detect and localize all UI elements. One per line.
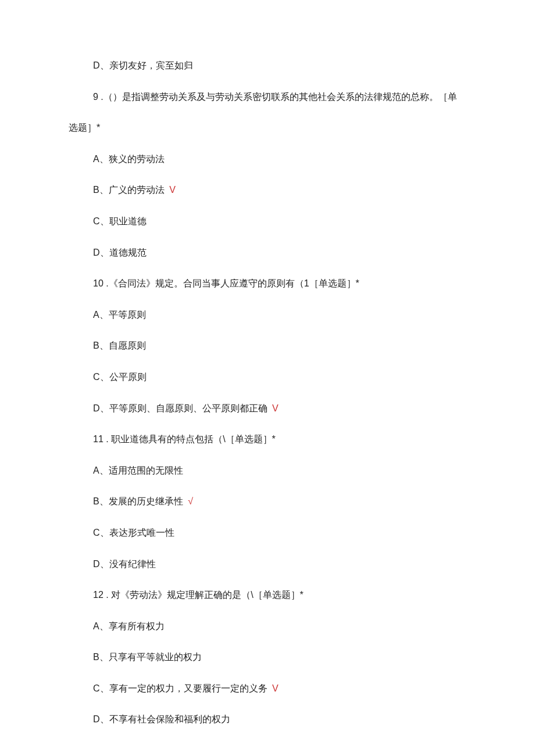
q10-option-b: B、自愿原则 <box>69 338 500 353</box>
q10-option-d: D、平等原则、自愿原则、公平原则都正确 V <box>69 401 500 416</box>
q12-stem: 12 . 对《劳动法》规定理解正确的是（\［单选题］* <box>69 587 500 603</box>
q9-option-b: B、广义的劳动法 V <box>69 182 500 198</box>
q8-option-d: D、亲切友好，宾至如归 <box>69 58 500 73</box>
q11-option-b-text: B、发展的历史继承性 <box>93 496 183 506</box>
q10-option-d-text: D、平等原则、自愿原则、公平原则都正确 <box>93 403 268 413</box>
q9-option-a: A、狭义的劳动法 <box>69 152 500 167</box>
q9-correct-mark: V <box>169 185 176 195</box>
q11-option-a: A、适用范围的无限性 <box>69 463 500 478</box>
q12-option-c: C、享有一定的权力，又要履行一定的义务 V <box>69 681 500 696</box>
q12-option-a: A、享有所有权力 <box>69 619 500 634</box>
q12-option-b: B、只享有平等就业的权力 <box>69 650 500 665</box>
q11-correct-mark: √ <box>188 496 193 506</box>
q10-stem: 10 .《合同法》规定。合同当事人应遵守的原则有（1［单选题］* <box>69 276 500 291</box>
q9-option-d: D、道德规范 <box>69 245 500 260</box>
q12-option-d: D、不享有社会保险和福利的权力 <box>69 712 500 727</box>
q12-correct-mark: V <box>272 683 279 693</box>
page-content: D、亲切友好，宾至如归 9 .（）是指调整劳动关系及与劳动关系密切联系的其他社会… <box>0 58 535 727</box>
q10-option-a: A、平等原则 <box>69 307 500 323</box>
q9-option-b-text: B、广义的劳动法 <box>93 185 165 195</box>
q11-option-d: D、没有纪律性 <box>69 557 500 572</box>
q9-stem-line1: 9 .（）是指调整劳动关系及与劳动关系密切联系的其他社会关系的法律规范的总称。［… <box>69 89 500 105</box>
q10-option-c: C、公平原则 <box>69 370 500 385</box>
q9-stem-line2: 选题］* <box>69 120 500 135</box>
q9-option-c: C、职业道德 <box>69 214 500 229</box>
q11-option-c: C、表达形式唯一性 <box>69 525 500 540</box>
q11-stem: 11 . 职业道德具有的特点包括（\［单选题］* <box>69 432 500 447</box>
q10-correct-mark: V <box>272 403 279 413</box>
q12-option-c-text: C、享有一定的权力，又要履行一定的义务 <box>93 683 268 693</box>
q11-option-b: B、发展的历史继承性 √ <box>69 494 500 509</box>
